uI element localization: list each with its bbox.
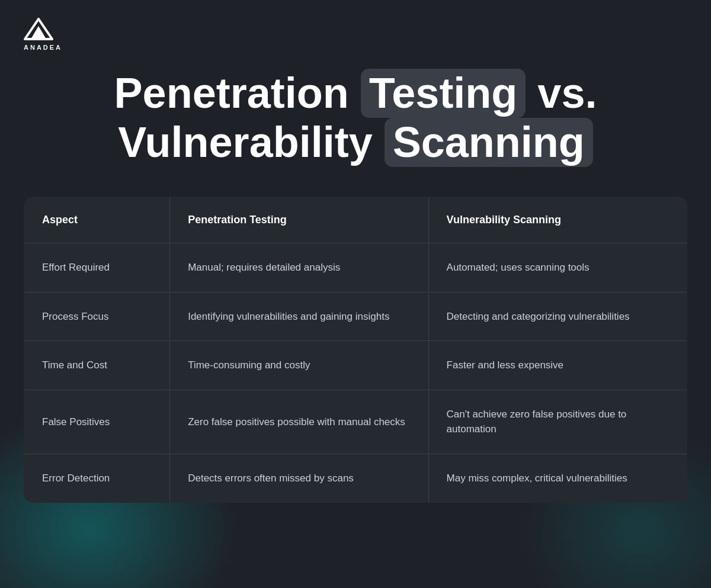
title-testing-highlight: Testing [361,69,526,118]
page-wrapper: ANADEA Penetration Testing vs. Vulnerabi… [0,0,711,520]
comparison-table: Aspect Penetration Testing Vulnerability… [24,197,687,503]
table-row: False PositivesZero false positives poss… [24,390,687,454]
cell-pen-4: Detects errors often missed by scans [170,454,428,503]
cell-pen-2: Time-consuming and costly [170,341,428,390]
title-vulnerability: Vulnerability [118,118,384,166]
cell-aspect-4: Error Detection [24,454,170,503]
title-line2: Vulnerability Scanning [24,118,687,167]
header-vuln-scanning: Vulnerability Scanning [428,197,687,243]
title-section: Penetration Testing vs. Vulnerability Sc… [24,69,687,167]
header-pen-testing: Penetration Testing [170,197,428,243]
table-row: Process FocusIdentifying vulnerabilities… [24,292,687,341]
table-row: Error DetectionDetects errors often miss… [24,454,687,503]
cell-aspect-2: Time and Cost [24,341,170,390]
title-vs: vs. [526,69,597,117]
cell-vuln-4: May miss complex, critical vulnerabiliti… [428,454,687,503]
table-header-row: Aspect Penetration Testing Vulnerability… [24,197,687,243]
main-title: Penetration Testing vs. Vulnerability Sc… [24,69,687,167]
logo-text: ANADEA [24,44,62,51]
cell-pen-1: Identifying vulnerabilities and gaining … [170,292,428,341]
cell-pen-0: Manual; requires detailed analysis [170,243,428,293]
cell-aspect-0: Effort Required [24,243,170,293]
cell-vuln-1: Detecting and categorizing vulnerabiliti… [428,292,687,341]
header-aspect: Aspect [24,197,170,243]
cell-vuln-3: Can't achieve zero false positives due t… [428,390,687,454]
cell-aspect-3: False Positives [24,390,170,454]
cell-aspect-1: Process Focus [24,292,170,341]
table-row: Time and CostTime-consuming and costlyFa… [24,341,687,390]
title-line1: Penetration Testing vs. [24,69,687,118]
anadea-logo-icon [24,18,53,40]
cell-pen-3: Zero false positives possible with manua… [170,390,428,454]
title-penetration: Penetration [114,69,361,117]
cell-vuln-0: Automated; uses scanning tools [428,243,687,293]
logo-area: ANADEA [24,18,687,51]
table-row: Effort RequiredManual; requires detailed… [24,243,687,293]
cell-vuln-2: Faster and less expensive [428,341,687,390]
title-scanning-highlight: Scanning [385,118,593,167]
